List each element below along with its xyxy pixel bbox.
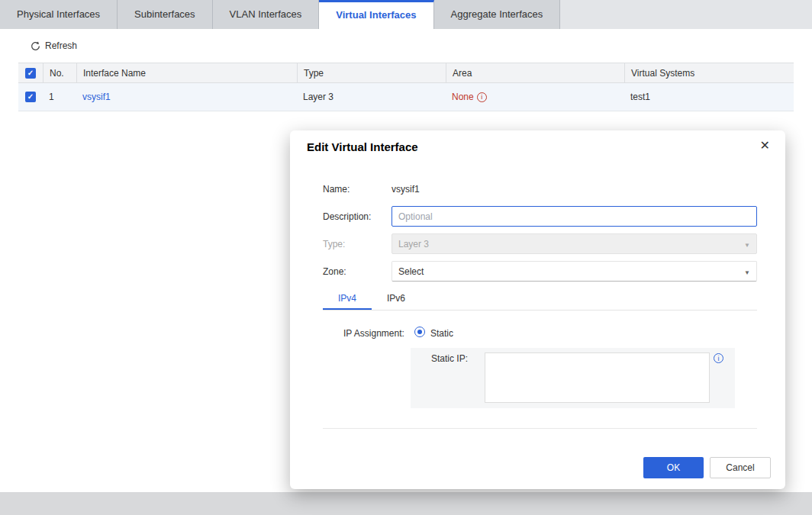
static-radio-label: Static — [430, 328, 453, 339]
interface-name-link[interactable]: vsysif1 — [82, 92, 111, 102]
chevron-down-icon — [744, 239, 750, 249]
table-header: No. Interface Name Type Area Virtual Sys… — [18, 63, 794, 83]
ok-button[interactable]: OK — [643, 457, 704, 478]
edit-virtual-interface-dialog: Edit Virtual Interface Name: vsysif1 Des… — [290, 130, 785, 489]
tab-physical-interfaces[interactable]: Physical Interfaces — [0, 0, 118, 29]
tab-ipv6[interactable]: IPv6 — [372, 288, 420, 310]
info-icon[interactable] — [714, 353, 723, 363]
name-value: vsysif1 — [392, 184, 420, 195]
row-checkbox-cell — [18, 92, 43, 102]
refresh-icon — [31, 41, 40, 51]
refresh-label: Refresh — [45, 40, 77, 51]
col-interface-name: Interface Name — [76, 63, 297, 82]
chevron-down-icon — [744, 266, 750, 277]
dialog-title: Edit Virtual Interface — [307, 140, 418, 153]
static-radio[interactable] — [414, 327, 425, 337]
description-label: Description: — [323, 211, 371, 222]
interfaces-table: No. Interface Name Type Area Virtual Sys… — [18, 63, 794, 111]
zone-select-value: Select — [398, 266, 424, 277]
close-icon[interactable] — [760, 140, 770, 152]
type-select: Layer 3 — [392, 233, 757, 254]
divider — [323, 428, 757, 429]
row-type: Layer 3 — [297, 92, 446, 102]
ip-version-tabs: IPv4 IPv6 — [323, 288, 757, 311]
page: Physical Interfaces Subinterfaces VLAN I… — [0, 0, 812, 515]
tab-ipv4[interactable]: IPv4 — [323, 288, 372, 310]
header-checkbox-cell — [18, 63, 43, 82]
col-type: Type — [297, 63, 446, 82]
col-virtual-systems: Virtual Systems — [624, 63, 794, 82]
static-ip-label: Static IP: — [431, 353, 468, 364]
table-row[interactable]: 1 vsysif1 Layer 3 None test1 — [18, 83, 794, 111]
warning-info-icon[interactable] — [477, 92, 487, 102]
col-area: Area — [446, 63, 624, 82]
tab-aggregate-interfaces[interactable]: Aggregate Interfaces — [434, 0, 561, 29]
area-text: None — [452, 92, 474, 102]
type-label: Type: — [323, 239, 345, 249]
tab-subinterfaces[interactable]: Subinterfaces — [118, 0, 213, 29]
cancel-button[interactable]: Cancel — [710, 457, 771, 478]
zone-label: Zone: — [323, 266, 346, 277]
ip-assignment-label: IP Assignment: — [343, 328, 404, 339]
col-no: No. — [43, 63, 76, 82]
tab-vlan-interfaces[interactable]: VLAN Interfaces — [213, 0, 320, 29]
description-input[interactable] — [392, 206, 757, 227]
refresh-button[interactable]: Refresh — [31, 40, 77, 51]
row-area-cell: None — [446, 92, 624, 102]
row-virtual-systems: test1 — [624, 92, 794, 102]
type-select-value: Layer 3 — [398, 239, 429, 249]
row-no: 1 — [43, 92, 76, 102]
row-interface-name-cell: vsysif1 — [76, 92, 297, 102]
toolbar: Refresh — [0, 29, 812, 63]
row-checkbox[interactable] — [25, 92, 36, 102]
static-ip-textarea[interactable] — [485, 352, 710, 403]
select-all-checkbox[interactable] — [25, 68, 36, 79]
name-label: Name: — [323, 184, 350, 195]
zone-select[interactable]: Select — [392, 261, 757, 282]
tab-virtual-interfaces[interactable]: Virtual Interfaces — [319, 0, 433, 29]
area-value: None — [452, 92, 487, 102]
interface-type-tabs: Physical Interfaces Subinterfaces VLAN I… — [0, 0, 812, 29]
